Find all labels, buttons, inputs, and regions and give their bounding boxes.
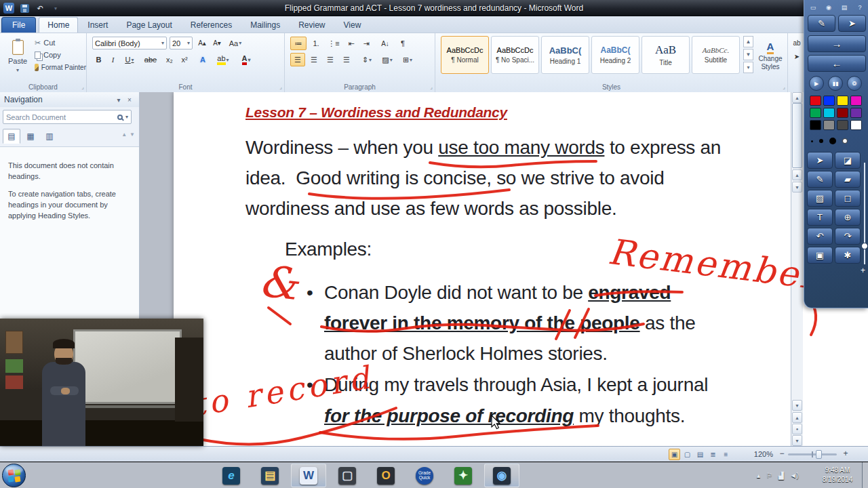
- annot-highlighter-tool[interactable]: ▰: [835, 171, 861, 188]
- color-swatch[interactable]: [850, 120, 862, 130]
- view-web-layout-button[interactable]: ▤: [694, 449, 706, 460]
- text-effects-button[interactable]: A: [195, 53, 210, 66]
- ribbon-tab-view[interactable]: View: [335, 17, 370, 33]
- zoom-level-label[interactable]: 120%: [743, 450, 773, 458]
- annot-help-icon[interactable]: ?: [854, 2, 865, 12]
- navigation-close-button[interactable]: ×: [124, 96, 135, 104]
- view-outline-button[interactable]: ≣: [707, 449, 719, 460]
- format-painter-button[interactable]: Format Painter: [34, 62, 87, 73]
- style-subtitle[interactable]: AaBbCc.Subtitle: [692, 36, 740, 74]
- show-formatting-marks-button[interactable]: ¶: [396, 37, 410, 50]
- annot-palette-button[interactable]: ❂: [847, 76, 862, 91]
- color-swatch[interactable]: [850, 108, 862, 118]
- nav-tab-pages[interactable]: ▦: [22, 129, 39, 144]
- annot-fill-tool[interactable]: ▨: [807, 190, 833, 207]
- styles-gallery-down-button[interactable]: ▼: [743, 49, 753, 60]
- paragraph-dialog-launcher[interactable]: ⌟: [430, 84, 433, 90]
- change-case-button[interactable]: Aa▾: [226, 37, 244, 49]
- color-swatch[interactable]: [837, 120, 848, 130]
- taskbar-outlook[interactable]: O: [368, 464, 403, 487]
- search-dropdown-icon[interactable]: ▾: [125, 114, 128, 120]
- color-swatch[interactable]: [837, 108, 848, 118]
- document-text-line[interactable]: Wordiness – when you use too many words …: [245, 137, 721, 159]
- shrink-font-button[interactable]: A▾: [210, 37, 224, 49]
- paste-button[interactable]: Paste ▾: [4, 35, 31, 77]
- nav-next-button[interactable]: ▼: [130, 131, 135, 138]
- style-no-spacing[interactable]: AaBbCcDc¶ No Spaci...: [491, 36, 539, 74]
- browse-object-button[interactable]: ●: [792, 424, 802, 434]
- color-swatch[interactable]: [810, 120, 821, 130]
- style-title[interactable]: AaBTitle: [642, 36, 690, 74]
- change-styles-button[interactable]: A Change Styles: [755, 36, 785, 75]
- annot-zoom-tool[interactable]: ⊕: [835, 209, 861, 226]
- zoom-slider-track[interactable]: [788, 453, 837, 455]
- nav-tab-headings[interactable]: ▤: [3, 129, 20, 144]
- ribbon-tab-mailings[interactable]: Mailings: [241, 17, 289, 33]
- increase-indent-button[interactable]: ⇥: [359, 37, 373, 50]
- color-swatch[interactable]: [823, 108, 835, 118]
- select-button[interactable]: ➤: [791, 51, 803, 62]
- document-text-line[interactable]: •During my travels through Asia, I kept …: [324, 374, 708, 396]
- annotation-zoom-slider[interactable]: +: [863, 163, 867, 278]
- zoom-slider-thumb[interactable]: [816, 450, 822, 459]
- style-normal[interactable]: AaBbCcDc¶ Normal: [441, 36, 489, 74]
- taskbar-grade-quick[interactable]: Grade Quick: [407, 464, 442, 487]
- document-text-line[interactable]: Lesson 7 – Wordiness and Redundancy: [245, 104, 507, 121]
- browse-next-button[interactable]: ▼: [792, 435, 802, 446]
- color-swatch[interactable]: [810, 108, 821, 118]
- subscript-button[interactable]: x₂: [163, 53, 176, 66]
- annot-page-prev-button[interactable]: ←: [808, 55, 866, 72]
- italic-button[interactable]: I: [106, 53, 119, 66]
- annot-redo-button[interactable]: ↷: [835, 228, 861, 245]
- taskbar-word[interactable]: W: [291, 464, 326, 487]
- styles-gallery-up-button[interactable]: ▲: [743, 36, 753, 47]
- zoom-in-button[interactable]: +: [841, 449, 850, 460]
- color-swatch[interactable]: [823, 120, 835, 130]
- document-text-line[interactable]: forever in the memory of the people as t…: [324, 312, 696, 334]
- copy-button[interactable]: Copy: [34, 49, 84, 60]
- color-swatch[interactable]: [837, 96, 848, 106]
- cut-button[interactable]: ✂ Cut: [34, 37, 84, 48]
- annotation-slider-thumb[interactable]: [861, 243, 868, 249]
- annot-eraser-tool[interactable]: ◪: [835, 152, 861, 169]
- annot-camera-icon[interactable]: ◉: [823, 2, 834, 12]
- document-text-line[interactable]: Examples:: [285, 239, 372, 260]
- color-swatch[interactable]: [850, 96, 862, 106]
- navigation-pin-button[interactable]: ▾: [113, 96, 124, 104]
- zoom-out-button[interactable]: −: [777, 449, 787, 460]
- scroll-down-button[interactable]: ▼: [792, 400, 802, 411]
- multilevel-list-button[interactable]: ⋮≡: [326, 37, 342, 50]
- search-input[interactable]: [6, 113, 115, 121]
- font-name-combo[interactable]: Calibri (Body) ▾: [92, 37, 167, 49]
- document-text-line[interactable]: for the purpose of recording my thoughts…: [324, 405, 685, 427]
- superscript-button[interactable]: x²: [178, 53, 191, 66]
- annot-undo-button[interactable]: ↶: [807, 228, 833, 245]
- annotation-slider-plus[interactable]: +: [861, 266, 865, 275]
- pen-size-option[interactable]: [829, 138, 836, 144]
- tray-action-center-icon[interactable]: ⚐: [766, 472, 772, 479]
- start-button[interactable]: [2, 464, 26, 487]
- sort-button[interactable]: A↓: [377, 37, 393, 50]
- color-swatch[interactable]: [810, 96, 821, 106]
- scroll-page-down-button[interactable]: ▼: [792, 182, 802, 192]
- justify-button[interactable]: ☰: [339, 53, 354, 66]
- browse-previous-button[interactable]: ▲: [792, 412, 802, 423]
- pen-size-option[interactable]: [842, 138, 848, 144]
- style-heading-1[interactable]: AaBbC(Heading 1: [541, 36, 589, 74]
- navigation-search-box[interactable]: ▾: [3, 110, 132, 124]
- styles-dialog-launcher[interactable]: ⌟: [783, 84, 785, 90]
- taskbar-internet-explorer[interactable]: e: [214, 464, 249, 487]
- taskbar-screen-recorder[interactable]: ◉: [484, 464, 519, 487]
- annot-pause-button[interactable]: ▮▮: [828, 76, 843, 91]
- taskbar-windows-explorer[interactable]: ▤: [252, 464, 288, 487]
- numbering-button[interactable]: 1.: [308, 37, 324, 50]
- align-center-button[interactable]: ☰: [307, 53, 321, 66]
- font-dialog-launcher[interactable]: ⌟: [279, 84, 282, 90]
- tray-network-icon[interactable]: ▟: [778, 472, 784, 479]
- align-left-button[interactable]: ☰: [290, 53, 305, 66]
- align-right-button[interactable]: ☰: [323, 53, 338, 66]
- clipboard-dialog-launcher[interactable]: ⌟: [81, 84, 84, 90]
- scroll-page-up-button[interactable]: ▲: [792, 169, 802, 180]
- annot-pen-tool[interactable]: ✎: [807, 171, 833, 188]
- ribbon-tab-review[interactable]: Review: [290, 17, 334, 33]
